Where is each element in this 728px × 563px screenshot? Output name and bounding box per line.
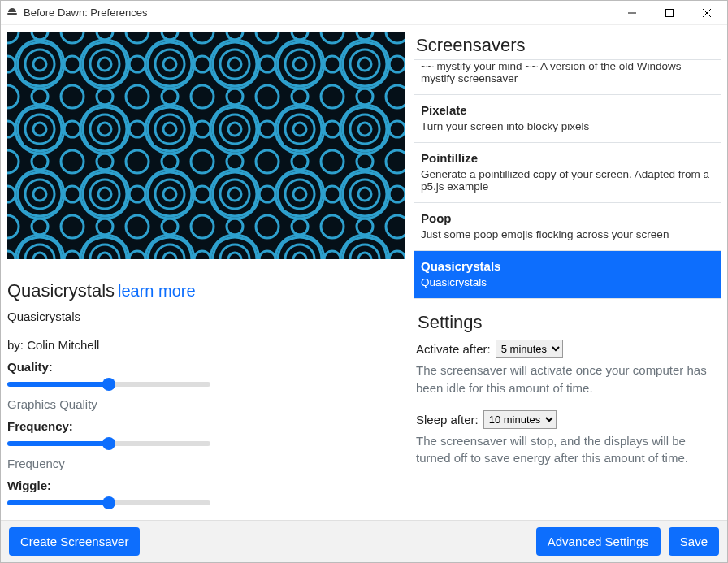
maximize-button[interactable] — [651, 1, 688, 25]
screensaver-item-desc: Generate a pointillized copy of your scr… — [421, 168, 713, 193]
screensaver-item-name: Pixelate — [421, 103, 713, 117]
window-title: Before Dawn: Preferences — [24, 6, 147, 19]
option-hint-quality: Graphics Quality — [7, 397, 403, 411]
screensaver-item-desc: Quasicrystals — [421, 276, 713, 288]
screensaver-item-name: Pointillize — [421, 151, 713, 165]
screensaver-item-name: Quasicrystals — [421, 259, 713, 273]
minimize-button[interactable] — [613, 1, 651, 25]
save-button[interactable]: Save — [669, 527, 719, 556]
activate-after-select[interactable]: 5 minutes — [496, 340, 563, 358]
activate-after-hint: The screensaver will activate once your … — [416, 362, 717, 397]
advanced-settings-button[interactable]: Advanced Settings — [536, 527, 661, 556]
settings-heading: Settings — [418, 312, 717, 333]
footer: Create Screensaver Advanced Settings Sav… — [1, 520, 727, 562]
option-label-wiggle: Wiggle: — [7, 479, 403, 492]
left-panel: Quasicrystals learn more Quasicrystals b… — [1, 25, 411, 520]
learn-more-link[interactable]: learn more — [118, 282, 196, 300]
screensaver-preview — [7, 32, 405, 259]
sleep-after-select[interactable]: 10 minutes — [483, 410, 557, 429]
details-byline: by: Colin Mitchell — [7, 338, 403, 352]
screensaver-item[interactable]: QuasicrystalsQuasicrystals — [414, 251, 721, 299]
option-label-quality: Quality: — [7, 360, 403, 374]
sleep-after-hint: The screensaver will stop, and the displ… — [416, 432, 717, 468]
svg-rect-14 — [7, 32, 405, 259]
activate-after-label: Activate after: — [416, 342, 491, 356]
screensaver-item-desc: Just some poop emojis flocking across yo… — [421, 228, 713, 240]
wiggle-slider[interactable] — [7, 500, 210, 505]
screensaver-item-desc: Turn your screen into blocky pixels — [421, 120, 713, 132]
app-icon — [6, 6, 19, 19]
details-subtitle: Quasicrystals — [7, 310, 403, 323]
screensaver-list[interactable]: Mystify!~~ mystify your mind ~~ A versio… — [414, 59, 721, 299]
frequency-slider[interactable] — [7, 441, 210, 446]
screensavers-heading: Screensavers — [416, 35, 721, 56]
details-title: Quasicrystals — [7, 280, 115, 301]
close-button[interactable] — [688, 1, 726, 25]
details-panel: Quasicrystals learn more Quasicrystals b… — [7, 280, 403, 520]
sleep-after-label: Sleep after: — [416, 413, 479, 427]
svg-rect-0 — [7, 13, 17, 15]
screensaver-item[interactable]: Mystify!~~ mystify your mind ~~ A versio… — [414, 59, 721, 95]
quality-slider[interactable] — [7, 382, 210, 387]
screensaver-item[interactable]: PoopJust some poop emojis flocking acros… — [414, 203, 721, 251]
screensaver-item[interactable]: PointillizeGenerate a pointillized copy … — [414, 143, 721, 203]
main-content: Quasicrystals learn more Quasicrystals b… — [1, 25, 727, 520]
option-hint-frequency: Frequency — [7, 457, 403, 470]
screensaver-item[interactable]: PixelateTurn your screen into blocky pix… — [414, 95, 721, 143]
details-scroll[interactable]: Quasicrystals learn more Quasicrystals b… — [7, 259, 411, 520]
screensaver-item-name: Poop — [421, 211, 713, 225]
right-panel: Screensavers Mystify!~~ mystify your min… — [411, 25, 727, 520]
create-screensaver-button[interactable]: Create Screensaver — [9, 527, 140, 556]
svg-rect-1 — [666, 9, 674, 16]
settings-panel: Settings Activate after: 5 minutes The s… — [414, 299, 721, 480]
option-label-frequency: Frequency: — [7, 419, 403, 433]
titlebar: Before Dawn: Preferences — [1, 1, 727, 25]
screensaver-item-desc: ~~ mystify your mind ~~ A version of the… — [421, 60, 713, 84]
